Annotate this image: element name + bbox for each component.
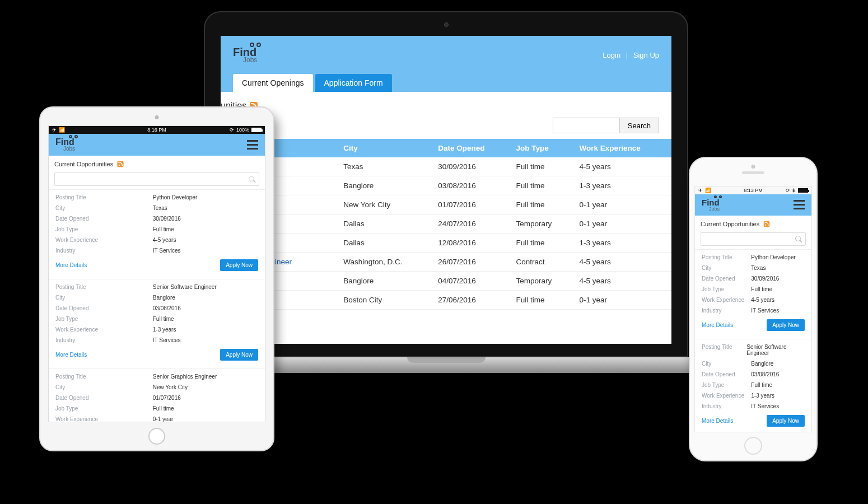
cell-jobtype: Temporary [511,272,574,291]
cell-experience: 1-3 years [574,234,671,253]
cell-experience: 0-1 year [574,214,671,234]
label-industry: Industry [55,337,153,343]
value-city: Banglore [751,361,773,367]
job-card: Posting TitleSenior Software EngineerCit… [695,339,811,432]
airplane-icon: ✈ [52,127,57,133]
cell-jobtype: Full time [511,195,574,214]
apply-now-button[interactable]: Apply Now [220,259,258,271]
battery-icon [798,188,808,193]
job-card: Posting TitlePython DeveloperCityTexasDa… [695,249,811,339]
site-header: Find Jobs Login | Sign Up [221,36,671,74]
value-posting-title: Python Developer [751,254,796,260]
more-details-link[interactable]: More Details [55,352,87,358]
battery-pct: 100% [236,127,249,133]
more-details-link[interactable]: More Details [702,322,733,328]
cell-city: Dallas [338,214,432,234]
value-work-experience: 4-5 years [751,297,774,303]
laptop-device: Find Jobs Login | Sign Up Current Openin… [204,11,688,373]
status-left-icons: ✈ 📶 [52,127,65,133]
table-row[interactable]: EngineerBanglore03/08/2016Full time1-3 y… [221,176,671,195]
cell-date: 01/07/2016 [432,195,510,214]
label-job-type: Job Type [702,382,751,388]
tablet-screen: ✈ 📶 8:16 PM ⟳ 100% Find Jobs Current Opp… [48,125,265,422]
value-posting-title: Senior Graphics Engineer [153,374,217,380]
col-date[interactable]: Date Opened [432,139,510,157]
brand-logo[interactable]: Find Jobs [702,199,720,211]
cell-city: Washington, D.C. [338,253,432,272]
tab-application-form[interactable]: Application Form [315,74,392,92]
menu-icon[interactable] [794,200,805,209]
job-card: Posting TitleSenior Graphics EngineerCit… [49,368,265,422]
tab-current-openings[interactable]: Current Openings [233,74,313,92]
value-job-type: Full time [751,382,772,388]
bluetooth-icon: ฿ [792,188,796,193]
table-row[interactable]: Support EngineerWashington, D.C.26/07/20… [221,253,671,272]
login-link[interactable]: Login [603,51,620,59]
laptop-camera [444,22,449,27]
cell-jobtype: Full time [511,291,574,310]
more-details-link[interactable]: More Details [702,418,733,424]
menu-icon[interactable] [247,140,258,150]
search-icon [795,236,802,242]
tab-bar: Current Openings Application Form [221,74,671,92]
value-job-type: Full time [153,405,174,412]
col-experience[interactable]: Work Experience [574,139,671,157]
cell-date: 27/06/2016 [432,291,510,310]
search-button[interactable]: Search [619,118,659,133]
rotation-lock-icon: ⟳ [786,188,790,193]
tablet-home-button[interactable] [148,428,165,445]
search-input[interactable] [553,118,620,133]
label-city: City [702,265,751,271]
auth-separator: | [626,51,628,59]
apply-now-button[interactable]: Apply Now [220,349,258,361]
value-industry: IT Services [153,337,181,343]
table-row[interactable]: stratorBoston City27/06/2016Full time0-1… [221,291,671,310]
job-card: Posting TitlePython DeveloperCityTexasDa… [49,189,265,279]
cell-jobtype: Full time [511,234,574,253]
apply-now-button[interactable]: Apply Now [767,319,805,331]
signup-link[interactable]: Sign Up [633,51,659,59]
phone-device: ✈ 📶 8:13 PM ⟳ ฿ Find Jobs Current Opport… [689,157,818,461]
label-city: City [702,361,751,367]
table-row[interactable]: torBanglore04/07/2016Temporary4-5 years [221,272,671,291]
label-city: City [55,295,153,301]
wifi-icon: 📶 [59,127,65,133]
brand-logo[interactable]: Find Jobs [55,138,75,151]
apply-now-button[interactable]: Apply Now [767,415,805,427]
cell-experience: 1-3 years [574,176,671,195]
cell-experience: 0-1 year [574,195,671,214]
label-job-type: Job Type [55,226,153,232]
search-input[interactable] [701,232,806,246]
search-icon [249,176,255,183]
col-city[interactable]: City [338,139,432,157]
table-row[interactable]: EngineerNew York City01/07/2016Full time… [221,195,671,214]
brand-line1: Find [702,199,720,207]
label-job-type: Job Type [55,405,153,412]
cell-city: Banglore [338,176,432,195]
search-input[interactable] [54,172,259,186]
value-posting-title: Python Developer [153,194,198,200]
col-jobtype[interactable]: Job Type [511,139,574,157]
label-industry: Industry [702,403,751,409]
tablet-status-bar: ✈ 📶 8:16 PM ⟳ 100% [49,126,265,134]
rss-icon[interactable] [764,221,770,227]
label-work-experience: Work Experience [55,237,153,243]
value-work-experience: 4-5 years [153,237,176,243]
section-title: Current Opportunities [701,221,759,227]
value-industry: IT Services [153,248,181,254]
wifi-icon: 📶 [705,188,711,193]
label-date-opened: Date Opened [702,276,751,282]
more-details-link[interactable]: More Details [55,262,87,268]
phone-home-button[interactable] [744,437,762,455]
label-posting-title: Posting Title [55,374,153,380]
value-date-opened: 01/07/2016 [153,395,181,401]
table-row[interactable]: k TrafficDallas24/07/2016Temporary0-1 ye… [221,214,671,234]
cell-experience: 0-1 year [574,291,671,310]
rss-icon[interactable] [118,161,124,167]
cell-date: 04/07/2016 [432,272,510,291]
table-row[interactable]: erTexas30/09/2016Full time4-5 years [221,157,671,176]
table-row[interactable]: perDallas12/08/2016Full time1-3 years [221,234,671,253]
label-posting-title: Posting Title [55,194,153,200]
brand-logo[interactable]: Find Jobs [233,47,257,63]
tablet-device: ✈ 📶 8:16 PM ⟳ 100% Find Jobs Current Opp… [39,106,274,451]
